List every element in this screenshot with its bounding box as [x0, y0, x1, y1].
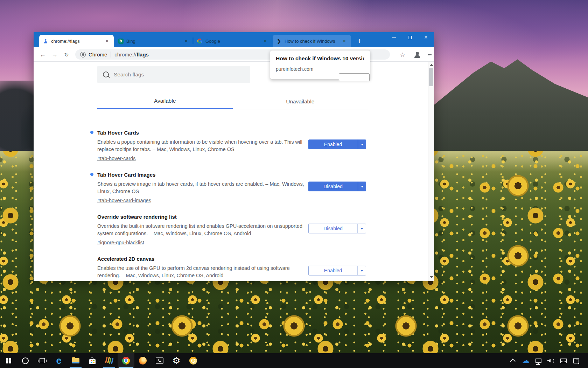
flag-name: Accelerated 2D canvas [97, 256, 321, 262]
scroll-down-icon[interactable] [430, 276, 433, 278]
bing-icon: b [118, 38, 124, 44]
close-icon: × [424, 35, 427, 40]
tab-close-icon[interactable]: × [341, 38, 348, 44]
bookmark-star-icon[interactable]: ☆ [398, 50, 407, 60]
flag-description: Enables the use of the GPU to perform 2d… [97, 265, 309, 279]
start-button[interactable] [0, 353, 17, 368]
window-minimize-button[interactable] [386, 32, 402, 42]
modified-flag-dot [90, 131, 93, 134]
search-flags-box[interactable] [97, 66, 250, 83]
settings-button[interactable]: ⚙ [168, 353, 185, 368]
forward-button[interactable]: → [50, 50, 59, 60]
network-icon [536, 359, 541, 363]
chrome-button[interactable] [118, 353, 134, 368]
start-icon [6, 358, 11, 363]
chevron-icon: ❯ [276, 38, 282, 44]
browser-menu-kebab-icon[interactable] [425, 50, 435, 60]
sketch-app-icon [105, 356, 114, 365]
flag-name: Tab Hover Cards [97, 130, 321, 136]
dropdown-arrow-icon [357, 224, 366, 233]
window-close-button[interactable]: × [418, 32, 434, 42]
reload-button[interactable]: ↻ [62, 50, 71, 60]
flags-page: Available Unavailable Tab Hover Cards En… [34, 62, 434, 281]
window-maximize-button[interactable] [402, 32, 418, 42]
hover-card-title: How to check if Windows 10 version 1... [276, 55, 364, 62]
flag-entry: Tab Hover Cards Enables a popup containi… [97, 130, 321, 162]
flag-entry: Accelerated 2D canvas Enables the use of… [97, 256, 321, 279]
tab-google[interactable]: Google × [194, 35, 272, 47]
url-scheme: chrome:// [114, 52, 136, 57]
flag-dropdown[interactable]: Disabled [308, 224, 366, 233]
dropdown-arrow-icon [358, 182, 366, 191]
tab-close-icon[interactable]: × [104, 38, 110, 44]
network-button[interactable] [532, 353, 545, 368]
tab-chrome-flags[interactable]: chrome://flags × [39, 35, 114, 47]
flag-entry: Override software rendering list Overrid… [97, 214, 321, 246]
scrollbar[interactable] [428, 62, 434, 281]
tray-expand-button[interactable] [507, 353, 519, 368]
command-prompt-button[interactable] [151, 353, 168, 368]
flag-dropdown[interactable]: Enabled [308, 139, 366, 149]
address-separator [111, 52, 111, 57]
firefox-icon [139, 357, 147, 364]
store-button[interactable] [84, 353, 101, 368]
flag-permalink[interactable]: #ignore-gpu-blacklist [97, 240, 144, 245]
flag-permalink[interactable]: #tab-hover-card-images [97, 198, 151, 203]
tab-close-icon[interactable]: × [183, 38, 189, 44]
firefox-button[interactable] [134, 353, 151, 368]
flag-dropdown[interactable]: Disabled [308, 182, 366, 191]
back-button[interactable]: ← [38, 50, 48, 60]
taskbar: e ⚙ ☁ [0, 353, 588, 368]
tab-pureinfotech-hovered[interactable]: ❯ How to check if Windows × [273, 35, 351, 47]
file-explorer-button[interactable] [67, 353, 84, 368]
chrome-canary-button[interactable] [185, 353, 202, 368]
onedrive-button[interactable]: ☁ [519, 353, 532, 368]
flag-permalink[interactable]: #tab-hover-cards [97, 156, 136, 161]
profile-avatar[interactable] [412, 50, 422, 60]
touch-keyboard-icon [560, 359, 567, 363]
action-center-button[interactable] [570, 353, 582, 368]
modified-flag-dot [90, 173, 93, 176]
flag-name: Override software rendering list [97, 214, 321, 220]
cortana-icon [22, 357, 29, 364]
google-icon [197, 38, 203, 44]
tab-title: Google [205, 39, 262, 44]
flag-description: Enables a popup containing tab informati… [97, 138, 309, 153]
reset-all-button-fragment[interactable] [339, 73, 370, 81]
tab-bing[interactable]: b Bing × [114, 35, 193, 47]
touch-keyboard-button[interactable] [557, 353, 570, 368]
task-view-icon [40, 358, 45, 363]
browser-toolbar: ← → ↻ Chrome chrome://flags ☆ [34, 47, 434, 62]
address-brand: Chrome [89, 52, 107, 57]
scrollbar-thumb[interactable] [429, 68, 433, 86]
dropdown-arrow-icon [357, 266, 366, 275]
chrome-canary-icon [189, 357, 197, 364]
flag-description: Overrides the built-in software renderin… [97, 223, 309, 237]
flag-name: Tab Hover Card Images [97, 172, 321, 178]
sketch-app-button[interactable] [101, 353, 118, 368]
tab-unavailable[interactable]: Unavailable [233, 94, 368, 109]
tray-expand-icon [510, 359, 516, 364]
edge-icon: e [56, 356, 61, 366]
cortana-button[interactable] [17, 353, 34, 368]
tab-separator [272, 38, 272, 44]
url-host: flags [136, 52, 149, 57]
file-explorer-icon [72, 358, 79, 363]
tab-available[interactable]: Available [97, 94, 233, 109]
flags-tabs: Available Unavailable [97, 94, 368, 109]
tab-title: Bing [126, 39, 183, 44]
scroll-up-icon[interactable] [430, 64, 433, 66]
search-icon [103, 71, 109, 77]
chrome-icon [122, 357, 130, 364]
task-view-button[interactable] [34, 353, 50, 368]
tab-separator [193, 38, 193, 44]
tab-close-icon[interactable]: × [262, 38, 268, 44]
volume-button[interactable] [545, 353, 557, 368]
tab-title: chrome://flags [51, 39, 104, 44]
edge-button[interactable]: e [50, 353, 67, 368]
flag-dropdown[interactable]: Enabled [308, 266, 366, 275]
search-input[interactable] [113, 71, 245, 78]
system-tray: ☁ [507, 353, 588, 368]
new-tab-button[interactable]: + [355, 37, 364, 46]
maximize-icon [408, 36, 412, 39]
